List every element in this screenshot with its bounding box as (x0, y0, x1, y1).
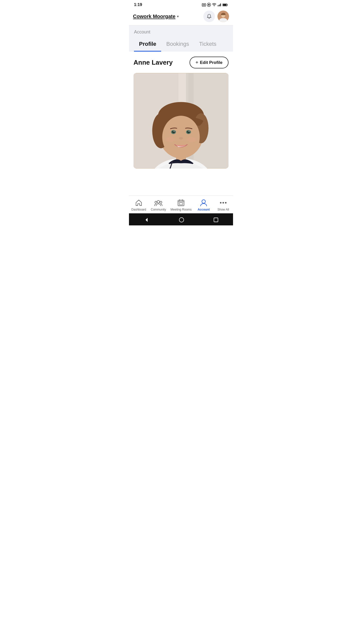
status-time: 1:19 (134, 3, 142, 7)
svg-rect-10 (223, 4, 227, 6)
recents-button[interactable] (213, 217, 218, 222)
section-label: Account (134, 29, 228, 35)
bell-icon (206, 14, 212, 19)
svg-point-26 (172, 131, 175, 133)
svg-rect-8 (220, 4, 221, 6)
svg-point-4 (208, 4, 210, 6)
battery-icon (222, 3, 228, 7)
svg-rect-6 (218, 5, 218, 6)
nav-item-community[interactable]: Community (151, 199, 166, 211)
sim-icon (202, 3, 206, 7)
svg-point-35 (160, 201, 162, 203)
community-icon (154, 199, 162, 207)
nav-label-account: Account (198, 208, 210, 211)
bottom-nav: Dashboard Community Meeti (129, 195, 233, 213)
nav-label-meeting-rooms: Meeting Rooms (170, 208, 192, 211)
status-icons (202, 3, 228, 7)
nav-label-dashboard: Dashboard (131, 208, 146, 211)
svg-rect-7 (219, 5, 220, 6)
app-header: Cowork Moorgate ▾ (129, 9, 233, 25)
svg-point-39 (220, 202, 221, 204)
svg-point-34 (155, 201, 157, 203)
profile-header-row: Anne Lavery + Edit Profile (133, 57, 229, 68)
nav-item-account[interactable]: Account (196, 199, 211, 211)
status-bar: 1:19 (129, 0, 233, 9)
tab-tickets[interactable]: Tickets (194, 38, 221, 52)
signal-icon (217, 3, 221, 7)
svg-point-43 (179, 218, 184, 222)
nav-item-meeting-rooms[interactable]: Meeting Rooms (170, 199, 192, 211)
svg-point-28 (173, 131, 174, 132)
plus-icon: + (196, 60, 199, 65)
svg-point-31 (166, 137, 175, 142)
profile-photo (133, 73, 229, 169)
main-content: Anne Lavery + Edit Profile (129, 52, 233, 195)
svg-rect-0 (202, 4, 206, 6)
svg-point-27 (187, 131, 190, 133)
nav-item-dashboard[interactable]: Dashboard (131, 199, 146, 211)
do-not-disturb-icon (207, 3, 211, 7)
tab-profile[interactable]: Profile (134, 38, 161, 52)
svg-point-38 (202, 200, 205, 203)
svg-point-5 (214, 6, 214, 6)
svg-rect-37 (179, 203, 183, 205)
home-icon (135, 199, 143, 207)
profile-photo-image (133, 73, 229, 169)
nav-item-show-all[interactable]: Show All (216, 199, 231, 211)
nav-label-community: Community (151, 208, 166, 211)
notification-button[interactable] (203, 11, 215, 22)
svg-rect-2 (204, 4, 205, 6)
header-actions (203, 11, 229, 22)
chevron-down-icon: ▾ (177, 14, 179, 18)
tab-bookings[interactable]: Bookings (161, 38, 194, 52)
nav-label-show-all: Show All (217, 208, 229, 211)
more-icon (219, 199, 227, 207)
account-icon (200, 199, 208, 207)
edit-profile-label: Edit Profile (200, 60, 222, 65)
home-button[interactable] (179, 217, 184, 223)
svg-point-41 (225, 202, 227, 204)
wifi-icon (212, 3, 216, 7)
edit-profile-button[interactable]: + Edit Profile (190, 57, 229, 68)
svg-point-30 (179, 137, 183, 140)
svg-rect-1 (203, 4, 204, 6)
tab-bar: Profile Bookings Tickets (134, 38, 228, 52)
avatar[interactable] (217, 11, 229, 22)
section-header: Account Profile Bookings Tickets (129, 25, 233, 52)
svg-rect-44 (214, 218, 218, 222)
workspace-selector[interactable]: Cowork Moorgate ▾ (133, 14, 179, 19)
svg-point-32 (187, 137, 196, 142)
workspace-name[interactable]: Cowork Moorgate (133, 14, 175, 19)
avatar-image (217, 11, 229, 22)
profile-name: Anne Lavery (133, 59, 173, 66)
svg-point-40 (222, 202, 224, 204)
calendar-icon (177, 199, 185, 207)
svg-marker-42 (146, 218, 148, 222)
svg-point-33 (157, 200, 160, 203)
back-button[interactable] (144, 217, 150, 223)
android-nav-bar (129, 213, 233, 225)
svg-point-29 (189, 131, 190, 132)
